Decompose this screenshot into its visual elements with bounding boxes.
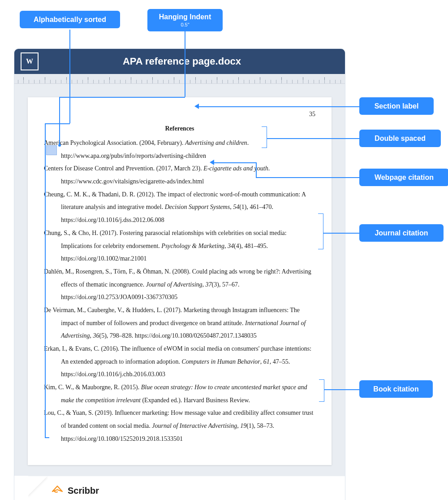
tag-journal-text: Journal citation (375, 229, 428, 237)
reference-entry: Cheung, C. M. K., & Thadani, D. R. (2012… (44, 188, 315, 227)
tag-hanging-sub: 0.5" (154, 22, 216, 28)
arrow-left-icon (194, 104, 199, 109)
connector (69, 30, 70, 123)
connector (256, 162, 257, 177)
reference-entry: Chung, S., & Cho, H. (2017). Fostering p… (44, 227, 315, 265)
connector (59, 97, 60, 145)
tag-alphabetical-label: Alphabetically sorted (34, 16, 106, 23)
page: 35 References American Psychological Ass… (28, 97, 332, 465)
connector (199, 106, 360, 107)
connector (323, 233, 359, 234)
indent-highlight (46, 145, 57, 155)
ruler (14, 74, 345, 84)
tag-webpage-citation: Webpage citation (359, 169, 448, 186)
connector (45, 123, 46, 437)
reference-entry: Dahlén, M., Rosengren, S., Törn, F., & Ö… (44, 265, 315, 304)
tag-section-label: Section label (359, 97, 434, 115)
reference-entry: American Psychological Association. (200… (44, 137, 315, 162)
tag-journal-citation: Journal citation (359, 224, 444, 242)
word-icon: W (21, 52, 39, 70)
connector (214, 162, 256, 163)
bracket (319, 379, 324, 402)
document-frame: W APA reference page.docx 35 References … (14, 48, 345, 500)
connector (267, 138, 359, 139)
connector (324, 389, 359, 390)
page-fold-icon (28, 476, 54, 500)
tag-double-spaced: Double spaced (359, 130, 441, 147)
reference-entry: Erkan, I., & Evans, C. (2016). The influ… (44, 343, 315, 381)
tag-alphabetical: Alphabetically sorted (20, 11, 120, 28)
document-title: APA reference page.docx (46, 56, 345, 67)
connector (256, 177, 359, 178)
references-heading: References (44, 125, 315, 132)
tag-book-text: Book citation (373, 385, 418, 393)
tag-hanging-label: Hanging Indent (159, 13, 211, 21)
footer: Scribbr (28, 476, 345, 500)
connector (185, 30, 185, 97)
word-icon-letter: W (26, 57, 33, 65)
scribbr-logo-text: Scribbr (68, 486, 99, 496)
connector (45, 437, 49, 438)
tag-webpage-text: Webpage citation (375, 174, 434, 181)
arrow-left-icon (210, 160, 214, 165)
connector-dot (58, 144, 61, 147)
connector (45, 123, 70, 124)
connector (59, 97, 185, 98)
document-header: W APA reference page.docx (14, 49, 345, 74)
tag-section-label-text: Section label (375, 102, 419, 110)
document-canvas: 35 References American Psychological Ass… (14, 84, 345, 476)
tag-double-text: Double spaced (375, 135, 426, 142)
tag-book-citation: Book citation (359, 380, 433, 398)
reference-entry: De Veirman, M., Cauberghe, V., & Hudders… (44, 304, 315, 343)
reference-entry: Lou, C., & Yuan, S. (2019). Influencer m… (44, 407, 315, 445)
bracket (318, 213, 323, 249)
tag-hanging-indent: Hanging Indent 0.5" (147, 9, 223, 31)
references-list: American Psychological Association. (200… (44, 137, 315, 446)
reference-entry: Kim, C. W., & Mauborgne, R. (2015). Blue… (44, 381, 315, 407)
page-number: 35 (44, 111, 315, 118)
reference-entry: Centers for Disease Control and Preventi… (44, 162, 315, 188)
bracket (262, 126, 267, 148)
